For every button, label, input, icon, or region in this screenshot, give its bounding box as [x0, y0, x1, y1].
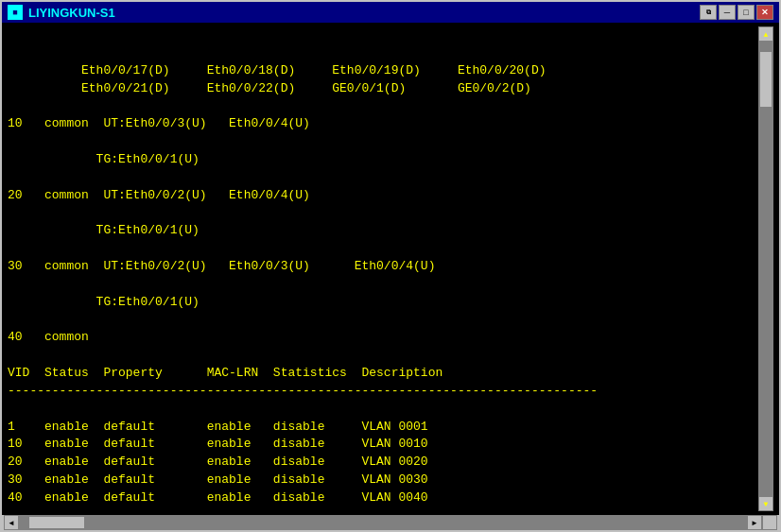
- terminal-line: VID Status Property MAC-LRN Statistics D…: [8, 365, 758, 383]
- terminal-line: 10 common UT:Eth0/0/3(U) Eth0/0/4(U): [8, 115, 758, 133]
- scrollbar-h-thumb[interactable]: [28, 516, 85, 529]
- title-bar: ■ LIYINGKUN-S1 ⧉ ─ □ ✕: [2, 2, 779, 23]
- window-icon: ■: [8, 5, 23, 20]
- terminal-line: TG:Eth0/0/1(U): [8, 151, 758, 169]
- scrollbar-corner: [762, 515, 777, 530]
- scrollbar-h-track[interactable]: [19, 515, 747, 530]
- bottom-bar: ◄ ►: [2, 515, 779, 530]
- terminal-line: 30 common UT:Eth0/0/2(U) Eth0/0/3(U) Eth…: [8, 258, 758, 276]
- title-bar-left: ■ LIYINGKUN-S1: [8, 5, 115, 20]
- scroll-up-button[interactable]: ▲: [758, 26, 773, 42]
- terminal-line: [8, 133, 758, 151]
- terminal-line: 30 enable default enable disable VLAN 00…: [8, 472, 758, 489]
- scrollbar-v-thumb[interactable]: [759, 51, 772, 108]
- terminal-line: 10 enable default enable disable VLAN 00…: [8, 436, 758, 454]
- terminal-line: [8, 347, 758, 365]
- horizontal-scrollbar[interactable]: ◄ ►: [4, 515, 762, 530]
- terminal-area: Eth0/0/17(D) Eth0/0/18(D) Eth0/0/19(D) E…: [2, 23, 779, 515]
- minimize-button[interactable]: ─: [719, 5, 736, 20]
- title-controls: ⧉ ─ □ ✕: [700, 5, 773, 20]
- terminal-line: [8, 401, 758, 419]
- terminal-line: 40 common: [8, 329, 758, 347]
- terminal-line: 1 enable default enable disable VLAN 000…: [8, 419, 758, 437]
- terminal-line: [8, 240, 758, 258]
- terminal-line: TG:Eth0/0/1(U): [8, 294, 758, 312]
- terminal-line: [8, 169, 758, 187]
- scrollbar-v-track[interactable]: [758, 42, 773, 496]
- window-title: LIYINGKUN-S1: [28, 6, 115, 20]
- scroll-right-button[interactable]: ►: [747, 515, 762, 530]
- terminal-line: 40 enable default enable disable VLAN 00…: [8, 489, 758, 507]
- terminal-line: [8, 312, 758, 330]
- main-window: ■ LIYINGKUN-S1 ⧉ ─ □ ✕ Eth0/0/17(D) Eth0…: [0, 0, 781, 532]
- close-button[interactable]: ✕: [756, 5, 773, 20]
- restore-button[interactable]: ⧉: [700, 5, 717, 20]
- terminal-line: 20 common UT:Eth0/0/2(U) Eth0/0/4(U): [8, 187, 758, 205]
- terminal-line: 20 enable default enable disable VLAN 00…: [8, 454, 758, 472]
- terminal-line: Eth0/0/21(D) Eth0/0/22(D) GE0/0/1(D) GE0…: [8, 80, 758, 98]
- terminal-line: [8, 276, 758, 294]
- terminal-line: [8, 97, 758, 115]
- vertical-scrollbar[interactable]: ▲ ▼: [758, 26, 773, 511]
- terminal-line: ----------------------------------------…: [8, 383, 758, 401]
- scroll-left-button[interactable]: ◄: [4, 515, 19, 530]
- maximize-button[interactable]: □: [738, 5, 755, 20]
- terminal-line: TG:Eth0/0/1(U): [8, 222, 758, 240]
- terminal-line: Eth0/0/17(D) Eth0/0/18(D) Eth0/0/19(D) E…: [8, 62, 758, 80]
- terminal-content[interactable]: Eth0/0/17(D) Eth0/0/18(D) Eth0/0/19(D) E…: [8, 26, 758, 511]
- terminal-line: [8, 204, 758, 222]
- scroll-down-button[interactable]: ▼: [758, 496, 773, 511]
